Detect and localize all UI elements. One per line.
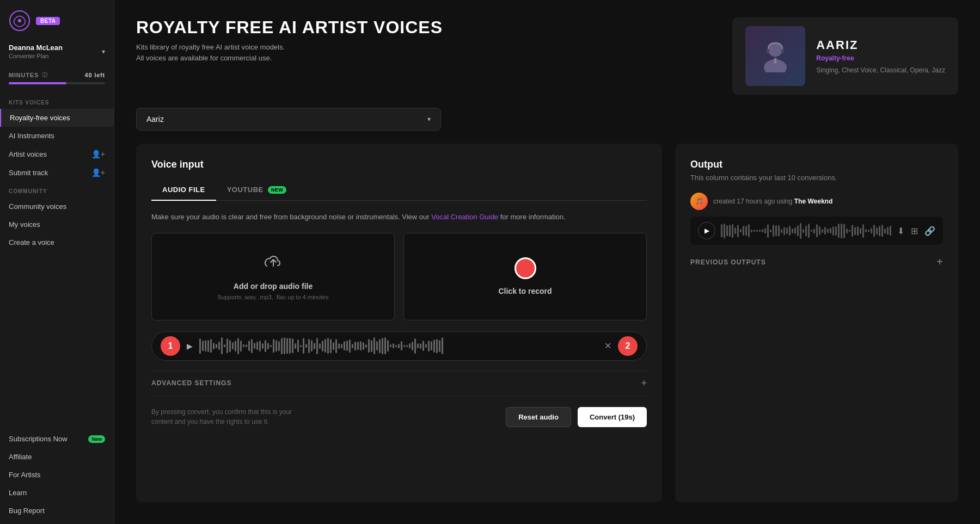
content-area: Voice input AUDIO FILE YOUTUBE New Make … bbox=[114, 144, 980, 524]
svg-point-1 bbox=[18, 19, 21, 22]
voice-input-title: Voice input bbox=[151, 159, 647, 170]
convert-button[interactable]: Convert (19s) bbox=[578, 407, 647, 427]
artist-person-icon bbox=[759, 40, 792, 72]
user-plan: Converter Plan bbox=[9, 53, 63, 59]
voice-input-panel: Voice input AUDIO FILE YOUTUBE New Make … bbox=[136, 144, 662, 502]
submit-track-add-icon[interactable]: 👤+ bbox=[91, 168, 105, 177]
upload-sub-label: Supports .wav, .mp3, .flac up to 4 minut… bbox=[217, 294, 328, 300]
artist-card-royalty: Royalty-free bbox=[816, 54, 945, 62]
sidebar-item-create-a-voice[interactable]: Create a voice bbox=[0, 233, 114, 251]
upload-cloud-icon bbox=[264, 253, 283, 276]
ai-instruments-label: AI Instruments bbox=[9, 132, 54, 140]
artist-voices-add-icon[interactable]: 👤+ bbox=[91, 150, 105, 158]
output-panel: Output This column contains your last 10… bbox=[675, 144, 958, 502]
output-conversion-row: 🎵 created 17 hours ago using The Weeknd bbox=[690, 193, 943, 210]
tab-youtube[interactable]: YOUTUBE New bbox=[216, 181, 298, 200]
minutes-label: MINUTES bbox=[9, 72, 39, 78]
minutes-section: MINUTES ⓘ 40 left bbox=[0, 67, 114, 93]
vocal-creation-guide-link[interactable]: Vocal Creation Guide bbox=[431, 213, 498, 221]
step-1-circle: 1 bbox=[161, 336, 180, 356]
waveform-visual bbox=[199, 336, 598, 356]
sidebar-item-affiliate[interactable]: Affiliate bbox=[0, 448, 114, 466]
youtube-new-badge: New bbox=[268, 186, 287, 194]
previous-outputs-row[interactable]: PREVIOUS OUTPUTS + bbox=[690, 256, 943, 268]
tab-audio-file[interactable]: AUDIO FILE bbox=[151, 181, 216, 200]
subscriptions-label: Subscriptions Now bbox=[9, 435, 68, 443]
sidebar-item-subscriptions[interactable]: Subscriptions Now New bbox=[0, 430, 114, 448]
sidebar-item-for-artists[interactable]: For Artists bbox=[0, 466, 114, 484]
logo-area: BETA bbox=[0, 0, 114, 38]
tab-youtube-label: YOUTUBE bbox=[227, 186, 264, 194]
sidebar-item-learn[interactable]: Learn bbox=[0, 484, 114, 502]
artist-card: AARIZ Royalty-free Singing, Chest Voice,… bbox=[732, 17, 958, 95]
minutes-progress-bg bbox=[9, 82, 105, 84]
disclaimer-text: By pressing convert, you confirm that th… bbox=[151, 407, 304, 427]
voice-guide-text: Make sure your audio is clear and free f… bbox=[151, 212, 647, 223]
share-button[interactable]: ⊞ bbox=[911, 226, 918, 236]
record-box[interactable]: Click to record bbox=[403, 233, 647, 320]
page-title: ROYALTY FREE AI ARTIST VOICES bbox=[136, 17, 443, 38]
output-created-text: created 17 hours ago using The Weeknd bbox=[713, 198, 832, 205]
link-button[interactable]: 🔗 bbox=[924, 226, 935, 236]
previous-outputs-expand-icon: + bbox=[936, 256, 943, 268]
sidebar: BETA Deanna McLean Converter Plan ▾ MINU… bbox=[0, 0, 114, 524]
user-menu-chevron-icon: ▾ bbox=[102, 48, 105, 56]
step-2-circle: 2 bbox=[618, 336, 638, 356]
bottom-action-row: By pressing convert, you confirm that th… bbox=[151, 407, 647, 427]
minutes-left: 40 left bbox=[85, 72, 105, 78]
reset-audio-button[interactable]: Reset audio bbox=[506, 407, 571, 427]
sidebar-item-ai-instruments[interactable]: AI Instruments bbox=[0, 127, 114, 145]
svg-rect-5 bbox=[781, 49, 784, 53]
download-button[interactable]: ⬇ bbox=[897, 226, 904, 236]
artist-voices-label: Artist voices bbox=[9, 150, 47, 158]
output-subtitle: This column contains your last 10 conver… bbox=[690, 174, 943, 182]
user-name: Deanna McLean bbox=[9, 44, 63, 52]
voice-select-chevron-icon: ▾ bbox=[427, 115, 431, 123]
advanced-settings-row[interactable]: ADVANCED SETTINGS + bbox=[151, 371, 647, 396]
artist-card-name: AARIZ bbox=[816, 38, 945, 52]
create-a-voice-label: Create a voice bbox=[9, 238, 54, 246]
community-section-label: COMMUNITY bbox=[0, 182, 114, 198]
main-content: ROYALTY FREE AI ARTIST VOICES Kits libra… bbox=[114, 0, 980, 524]
app-logo-icon bbox=[9, 10, 30, 32]
user-menu[interactable]: Deanna McLean Converter Plan ▾ bbox=[0, 38, 114, 67]
waveform-close-button[interactable]: ✕ bbox=[604, 341, 611, 351]
record-dot-icon bbox=[514, 257, 536, 279]
learn-label: Learn bbox=[9, 489, 27, 497]
previous-outputs-label: PREVIOUS OUTPUTS bbox=[690, 258, 766, 266]
voice-select-dropdown[interactable]: Aariz ▾ bbox=[136, 108, 441, 131]
affiliate-label: Affiliate bbox=[9, 453, 32, 461]
artist-card-tags: Singing, Chest Voice, Classical, Opera, … bbox=[816, 66, 945, 74]
output-avatar: 🎵 bbox=[690, 193, 708, 210]
community-voices-label: Community voices bbox=[9, 202, 66, 211]
header: ROYALTY FREE AI ARTIST VOICES Kits libra… bbox=[114, 0, 980, 108]
action-buttons: Reset audio Convert (19s) bbox=[506, 407, 647, 427]
sidebar-item-royalty-free-voices[interactable]: Royalty-free voices bbox=[0, 109, 114, 127]
upload-audio-box[interactable]: Add or drop audio file Supports .wav, .m… bbox=[151, 233, 395, 320]
sidebar-item-artist-voices[interactable]: Artist voices 👤+ bbox=[0, 145, 114, 163]
upload-options-row: Add or drop audio file Supports .wav, .m… bbox=[151, 233, 647, 320]
output-action-buttons: ⬇ ⊞ 🔗 bbox=[897, 226, 935, 236]
beta-badge: BETA bbox=[36, 17, 60, 25]
upload-label: Add or drop audio file bbox=[234, 282, 313, 291]
voice-select-value: Aariz bbox=[146, 115, 164, 124]
audio-waveform-bar: 1 ▶ ✕ 2 bbox=[151, 331, 647, 361]
sidebar-item-submit-track[interactable]: Submit track 👤+ bbox=[0, 163, 114, 182]
my-voices-label: My voices bbox=[9, 220, 40, 229]
advanced-settings-label: ADVANCED SETTINGS bbox=[151, 379, 231, 387]
waveform-play-button[interactable]: ▶ bbox=[187, 342, 193, 350]
sidebar-item-bug-report[interactable]: Bug Report bbox=[0, 502, 114, 520]
advanced-settings-plus-icon: + bbox=[641, 378, 647, 389]
bug-report-label: Bug Report bbox=[9, 507, 45, 515]
submit-track-label: Submit track bbox=[9, 169, 48, 177]
sidebar-item-community-voices[interactable]: Community voices bbox=[0, 198, 114, 215]
svg-rect-4 bbox=[767, 49, 769, 53]
kits-voices-section-label: KITS VOICES bbox=[0, 93, 114, 109]
royalty-free-voices-label: Royalty-free voices bbox=[10, 114, 70, 122]
header-subtitle: Kits library of royalty free AI artist v… bbox=[136, 42, 443, 63]
output-play-button[interactable]: ▶ bbox=[698, 222, 715, 239]
minutes-info-icon: ⓘ bbox=[42, 71, 48, 79]
sidebar-item-my-voices[interactable]: My voices bbox=[0, 215, 114, 233]
svg-rect-6 bbox=[774, 58, 777, 64]
record-label: Click to record bbox=[498, 287, 552, 295]
